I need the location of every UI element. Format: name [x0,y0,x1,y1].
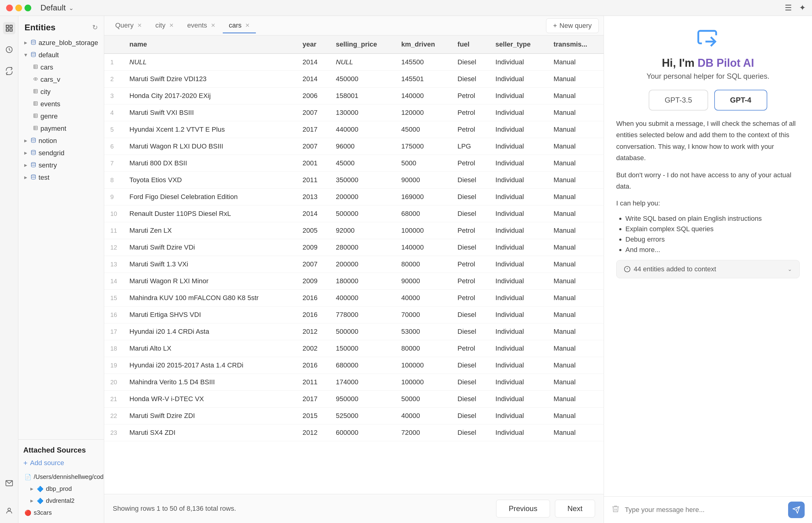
chat-footer [604,497,812,523]
cell-selling-price: 500000 [330,323,395,340]
cell-transmission: Manual [547,155,604,172]
table-row[interactable]: 10 Renault Duster 110PS Diesel RxL 2014 … [104,205,604,222]
gpt4-button[interactable]: GPT-4 [714,90,767,110]
tree-item-payment[interactable]: payment [18,123,104,135]
table-row[interactable]: 19 Hyundai i20 2015-2017 Asta 1.4 CRDi 2… [104,357,604,374]
col-header-name[interactable]: name [123,36,296,54]
previous-button[interactable]: Previous [496,500,550,518]
table-row[interactable]: 15 Mahindra KUV 100 mFALCON G80 K8 5str … [104,290,604,307]
maximize-button[interactable] [24,5,31,11]
tree-item-sentry[interactable]: ► sentry [18,159,104,172]
col-header-fuel[interactable]: fuel [451,36,489,54]
tree-label-test: test [39,174,49,182]
close-button[interactable] [6,5,13,11]
col-header-year[interactable]: year [296,36,330,54]
new-query-button[interactable]: + New query [546,18,599,33]
col-header-transmission[interactable]: transmis... [547,36,604,54]
tree-label-genre: genre [40,112,58,120]
table-row[interactable]: 16 Maruti Ertiga SHVS VDI 2016 778000 70… [104,307,604,323]
tree-item-events[interactable]: events [18,98,104,110]
tree-item-test[interactable]: ► test [18,172,104,184]
table-row[interactable]: 21 Honda WR-V i-DTEC VX 2017 950000 5000… [104,391,604,408]
ai-help-item-2: Explain complex SQL queries [625,225,800,233]
cell-selling-price: 200000 [330,188,395,205]
settings-icon[interactable]: ☰ [785,3,792,13]
cell-km-driven: 80000 [395,340,452,357]
chat-input[interactable] [625,506,788,514]
table-row[interactable]: 23 Maruti SX4 ZDI 2012 600000 72000 Dies… [104,425,604,441]
sidebar-item-refresh[interactable] [3,65,15,77]
table-row[interactable]: 6 Maruti Wagon R LXI DUO BSIII 2007 9600… [104,138,604,155]
tab-cars[interactable]: cars ✕ [223,18,256,33]
traffic-lights [6,5,31,11]
sidebar-item-user[interactable] [3,505,15,517]
table-row[interactable]: 14 Maruti Wagon R LXI Minor 2009 180000 … [104,273,604,290]
next-button[interactable]: Next [555,500,595,518]
sidebar-item-entities[interactable] [3,22,15,34]
table-row[interactable]: 4 Maruti Swift VXI BSIII 2007 130000 120… [104,104,604,121]
context-bar[interactable]: 44 entities added to context ⌄ [616,260,800,278]
tree-item-azure[interactable]: ► azure_blob_storage [18,37,104,49]
icon-sidebar [0,16,18,523]
tab-events[interactable]: events ✕ [181,18,222,33]
table-row[interactable]: 13 Maruti Swift 1.3 VXi 2007 200000 8000… [104,256,604,273]
tree-item-city[interactable]: city [18,86,104,98]
source-item-dvdrental[interactable]: ► 🔷 dvdrental2 [23,495,99,507]
tab-city-close[interactable]: ✕ [169,22,174,29]
source-item-dbpprod[interactable]: ► 🔷 dbp_prod [23,483,99,495]
trash-icon[interactable] [611,505,620,515]
table-row[interactable]: 22 Maruti Swift Dzire ZDI 2015 525000 40… [104,408,604,425]
svg-rect-26 [34,126,37,130]
cell-year: 2011 [296,172,330,188]
cell-year: 2007 [296,256,330,273]
source-item-s3cars[interactable]: 🔴 s3cars [23,507,99,519]
table-row[interactable]: 20 Mahindra Verito 1.5 D4 BSIII 2011 174… [104,374,604,391]
row-number: 15 [104,290,123,307]
chevron-down-icon[interactable]: ⌄ [69,4,74,12]
tab-cars-close[interactable]: ✕ [245,22,250,29]
table-row[interactable]: 17 Hyundai i20 1.4 CRDi Asta 2012 500000… [104,323,604,340]
source-item-code[interactable]: 📄 /Users/dennishellweg/code [23,471,99,483]
cell-transmission: Manual [547,391,604,408]
chat-send-button[interactable] [788,502,805,518]
cell-seller-type: Individual [489,408,548,425]
cell-seller-type: Individual [489,256,548,273]
minimize-button[interactable] [15,5,22,11]
cell-fuel: Petrol [451,88,489,104]
tree-item-cars-v[interactable]: cars_v [18,73,104,86]
table-row[interactable]: 2 Maruti Swift Dzire VDI123 2014 450000 … [104,71,604,88]
cell-year: 2013 [296,188,330,205]
cell-transmission: Manual [547,104,604,121]
tree-item-notion[interactable]: ► notion [18,135,104,147]
add-source-button[interactable]: + Add source [23,459,99,467]
col-header-km-driven[interactable]: km_driven [395,36,452,54]
tab-events-close[interactable]: ✕ [211,22,215,29]
table-row[interactable]: 9 Ford Figo Diesel Celebration Edition 2… [104,188,604,205]
table-row[interactable]: 7 Maruti 800 DX BSII 2001 45000 5000 Pet… [104,155,604,172]
tab-query-close[interactable]: ✕ [137,22,142,29]
table-row[interactable]: 18 Maruti Alto LX 2002 150000 80000 Petr… [104,340,604,357]
ai-help-intro: I can help you: [616,198,800,209]
tab-city[interactable]: city ✕ [149,18,180,33]
col-header-seller-type[interactable]: seller_type [489,36,548,54]
gpt35-button[interactable]: GPT-3.5 [649,90,708,110]
col-header-selling-price[interactable]: selling_price [330,36,395,54]
ai-subtitle: Your personal helper for SQL queries. [647,72,770,80]
table-row[interactable]: 3 Honda City 2017-2020 EXij 2006 158001 … [104,88,604,104]
sparkle-icon[interactable]: ✦ [799,3,806,13]
sidebar-item-mail[interactable] [3,477,15,489]
table-row[interactable]: 12 Maruti Swift Dzire VDi 2009 280000 14… [104,239,604,256]
cell-transmission: Manual [547,54,604,71]
sidebar-item-history[interactable] [3,43,15,56]
tree-item-cars[interactable]: cars [18,61,104,73]
table-row[interactable]: 11 Maruti Zen LX 2005 92000 100000 Petro… [104,222,604,239]
table-row[interactable]: 5 Hyundai Xcent 1.2 VTVT E Plus 2017 440… [104,121,604,138]
table-row[interactable]: 8 Toyota Etios VXD 2011 350000 90000 Die… [104,172,604,188]
tree-item-sendgrid[interactable]: ► sendgrid [18,147,104,159]
tree-item-genre[interactable]: genre [18,110,104,123]
table-row[interactable]: 1 NULL 2014 NULL 145500 Diesel Individua… [104,54,604,71]
cell-km-driven: 50000 [395,391,452,408]
entity-refresh-icon[interactable]: ↻ [92,23,98,32]
tree-item-default[interactable]: ▼ default [18,49,104,61]
tab-query[interactable]: Query ✕ [109,18,148,33]
